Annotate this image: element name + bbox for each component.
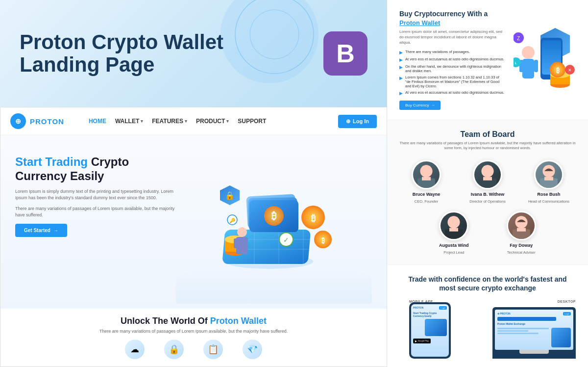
buy-heading: Buy Cryptocurrency With a: [399, 10, 505, 18]
bootstrap-badge: B: [323, 31, 368, 76]
nav-logo: ⊕ PROTON: [10, 113, 64, 129]
svg-point-0: [235, 0, 314, 74]
icon-row: ☁ 🔒 📋 💎: [15, 340, 372, 359]
bullet-2: ▶At vero eos et accusamus at iusto odio …: [399, 57, 505, 62]
login-button[interactable]: ⊕ Log In: [338, 115, 377, 128]
member-name-5: Fay Doway: [510, 243, 533, 248]
ds-bar: [497, 317, 556, 321]
member-role-4: Project Lead: [443, 250, 464, 255]
svg-rect-60: [449, 228, 458, 231]
nav-features[interactable]: FEATURES ▾: [152, 118, 187, 125]
nav-wallet[interactable]: WALLET ▾: [115, 118, 143, 125]
ds-login: Login: [563, 312, 571, 315]
mobile-screen: PROTON Login Start Trading Crypto Curren…: [411, 304, 449, 357]
svg-text:₿: ₿: [311, 213, 315, 223]
icon-item-gem: 💎: [243, 340, 262, 359]
logo-text: PROTON: [30, 117, 64, 126]
buy-crypto-left: Buy Cryptocurrency With a Proton Wallet …: [399, 10, 505, 110]
svg-text:₿: ₿: [556, 66, 559, 74]
nav-bar: ⊕ PROTON HOME WALLET ▾ FEATURES ▾ PRODUC…: [0, 107, 387, 135]
member-name-2: Ivana B. Withew: [471, 192, 504, 197]
right-panel: Buy Cryptocurrency With a Proton Wallet …: [387, 0, 588, 367]
nav-support[interactable]: SUPPORT: [238, 118, 266, 125]
mobile-mockup: PROTON Login Start Trading Crypto Curren…: [409, 302, 451, 359]
cloud-icon: ☁: [125, 340, 145, 359]
get-started-button[interactable]: Get Started →: [15, 224, 67, 237]
svg-point-49: [420, 165, 432, 177]
buy-link[interactable]: Proton Wallet: [399, 19, 505, 26]
avatar-bruce: [412, 160, 441, 189]
doc-icon: 📋: [203, 340, 223, 359]
buy-crypto-illustration: 🔒 ₿ Z Ł: [512, 10, 576, 110]
hero-desc1: Lorem Ipsum is simply dummy text of the …: [15, 188, 176, 202]
avatar-fay: [507, 211, 536, 240]
desktop-mockup: ⊕ PROTON Login Proton Wallet Exchange: [492, 307, 576, 359]
team-member-5: Fay Doway Technical Adviser: [491, 211, 552, 255]
icon-item-lock: 🔒: [164, 340, 184, 359]
team-grid-row1: Bruce Wayne CEO, Founder Ivana B. Withew…: [399, 160, 576, 204]
unlock-section: Unlock The World Of Proton Wallet There …: [0, 309, 387, 367]
svg-rect-25: [244, 238, 248, 248]
trade-section: Trade with confidence on the world's fas…: [387, 265, 588, 367]
buy-illustration-svg: 🔒 ₿ Z Ł: [514, 26, 575, 94]
avatar-augusta: [439, 211, 468, 240]
curve-decoration: [176, 264, 372, 304]
bullet-4: ▶Lorem Ipsum comes from sections 1.10.32…: [399, 75, 505, 88]
google-play-badge[interactable]: ▶ Google Play: [413, 339, 431, 343]
member-role-5: Technical Adviser: [507, 250, 536, 255]
svg-text:✕: ✕: [568, 68, 572, 73]
team-heading: Team of Board: [399, 130, 576, 139]
svg-rect-24: [234, 238, 238, 248]
bullet-1: ▶There are many variations of passages.: [399, 50, 505, 55]
team-section: Team of Board There are many variations …: [387, 120, 588, 265]
team-member-2: Ivana B. Withew Director of Operations: [461, 160, 514, 204]
unlock-title: Unlock The World Of Proton Wallet: [15, 316, 372, 326]
team-member-1: Bruce Wayne CEO, Founder: [399, 160, 453, 204]
svg-rect-51: [422, 177, 431, 180]
buy-crypto-section: Buy Cryptocurrency With a Proton Wallet …: [387, 0, 588, 120]
avatar-rose: [534, 160, 564, 189]
member-role-2: Director of Operations: [469, 199, 505, 204]
member-role-1: CEO, Founder: [415, 199, 438, 204]
team-member-3: Rose Bush Head of Communications: [522, 160, 576, 204]
member-name-3: Rose Bush: [537, 192, 560, 197]
svg-point-34: [522, 46, 535, 59]
desktop-screen: ⊕ PROTON Login Proton Wallet Exchange: [495, 310, 573, 350]
svg-text:₿: ₿: [271, 210, 276, 221]
team-desc: There are many variations of passages of…: [399, 141, 576, 151]
nav-product[interactable]: PRODUCT ▾: [196, 118, 229, 125]
svg-text:🔑: 🔑: [229, 217, 236, 224]
title-text: Proton Crypto Wallet Landing Page: [20, 31, 223, 76]
hero-section: Start Trading Crypto Currency Easily Lor…: [0, 135, 387, 309]
ds-logo: ⊕ PROTON: [497, 312, 511, 315]
hero-desc2: There are many variations of passages of…: [15, 206, 176, 219]
nav-links: HOME WALLET ▾ FEATURES ▾ PRODUCT ▾ SUPPO…: [89, 118, 323, 125]
hero-title: Start Trading Crypto Currency Easily: [15, 155, 176, 184]
ms-logo: PROTON: [413, 306, 423, 309]
deco-circle: [230, 0, 318, 79]
svg-rect-37: [534, 60, 538, 72]
svg-point-58: [448, 216, 460, 228]
member-name-4: Augusta Wind: [439, 243, 468, 248]
svg-rect-54: [483, 177, 492, 180]
svg-text:🔒: 🔒: [225, 191, 235, 200]
ds-right-illus: [551, 328, 571, 347]
member-name-1: Bruce Wayne: [413, 192, 441, 197]
unlock-desc: There are many variations of passages of…: [15, 329, 372, 334]
nav-home[interactable]: HOME: [89, 118, 106, 125]
bullet-5: ▶At vero eos et accusamus at iusto odio …: [399, 90, 505, 96]
lock-icon: 🔒: [164, 340, 184, 359]
svg-rect-35: [522, 59, 534, 79]
buy-currency-button[interactable]: Buy Currency →: [399, 101, 441, 110]
title-line2: Landing Page: [20, 53, 223, 76]
logo-icon: ⊕: [10, 113, 26, 129]
browser-mockup: ⊕ PROTON HOME WALLET ▾ FEATURES ▾ PRODUC…: [0, 107, 387, 367]
team-member-4: Augusta Wind Project Lead: [424, 211, 484, 255]
desktop-label: DESKTOP: [558, 300, 576, 303]
icon-item-doc: 📋: [203, 340, 223, 359]
svg-text:₿: ₿: [321, 236, 324, 244]
svg-rect-57: [544, 177, 553, 180]
team-grid-row2: Augusta Wind Project Lead Fay Doway Tech…: [399, 211, 576, 255]
hero-right: ₿ ₿ ₿ 🔒: [176, 145, 372, 304]
icon-item-cloud: ☁: [125, 340, 145, 359]
